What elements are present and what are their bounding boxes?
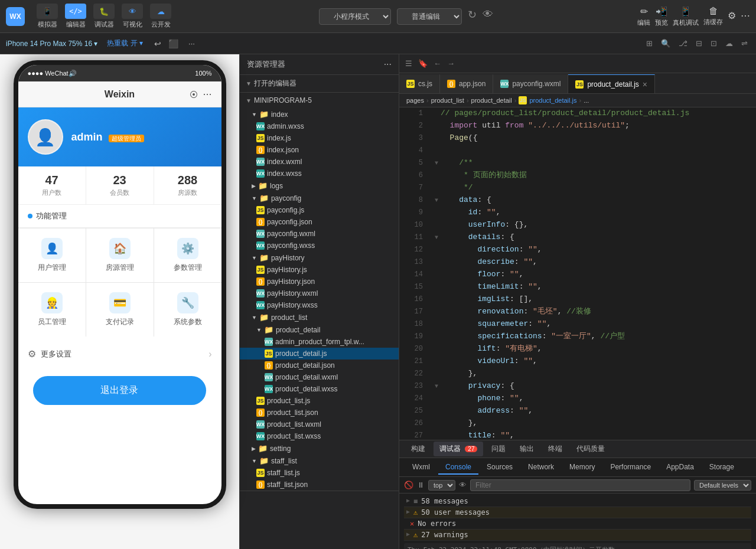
editor-btn[interactable]: </> 编辑器 [65,4,86,29]
branch-icon[interactable]: ⎇ [679,39,687,48]
tab-app-json[interactable]: {} app.json [440,74,493,93]
grid-icon[interactable]: ⊟ [696,39,702,48]
file-pl-wxss[interactable]: WX product_list.wxss [240,430,399,442]
file-index-wxss[interactable]: WX index.wxss [240,168,399,179]
file-pd-wxss[interactable]: WX product_detail.wxss [240,383,399,395]
mode-select[interactable]: 小程序模式 [319,8,391,25]
devtab-wxml[interactable]: Wxml [405,460,437,475]
menu-item-sysparams[interactable]: 🔧 系统参数 [154,283,221,336]
folder-product-list[interactable]: ▼ 📁 product_list [240,311,399,323]
collapse-arrow[interactable]: ▶ [406,497,410,504]
file-payconfig-js[interactable]: JS payconfig.js [240,204,399,216]
explorer-menu-btn[interactable]: ··· [384,59,392,70]
file-ph-js[interactable]: JS payHistory.js [240,264,399,276]
logout-button[interactable]: 退出登录 [33,376,206,405]
bc-ellipsis[interactable]: ... [584,97,589,104]
file-payconfig-json[interactable]: {} payconfig.json [240,216,399,228]
folder-product-detail[interactable]: ▼ 📁 product_detail [240,323,399,336]
bc-product-list[interactable]: product_list [431,97,464,104]
file-pl-wxml[interactable]: WX product_list.wxml [240,419,399,430]
file-payconfig-wxss[interactable]: WX payconfig.wxss [240,240,399,251]
hot-reload-btn[interactable]: 热重载 开 ▾ [107,38,143,48]
tab-product-detail-js[interactable]: JS product_detail.js × [568,74,655,93]
tab-payconfig-wxml[interactable]: WX payconfig.wxml [493,74,568,93]
tab-problems[interactable]: 问题 [485,442,511,456]
tab-debugger[interactable]: 调试器 27 [434,442,483,456]
compile-select[interactable]: 普通编辑 [397,8,462,25]
search-icon[interactable]: 🔍 [661,39,670,48]
code-editor[interactable]: 1 // pages/product_list/product_detail/p… [399,107,756,440]
folder-payhistory[interactable]: ▼ 📁 payHistory [240,251,399,264]
folder-logs[interactable]: ▶ 📁 logs [240,179,399,192]
stop-btn[interactable]: ⬛ [168,39,178,48]
devtab-console[interactable]: Console [438,460,478,475]
folder-staff-list[interactable]: ▼ 📁 staff_list [240,455,399,467]
file-ph-wxml[interactable]: WX payHistory.wxml [240,287,399,299]
menu-item-staff[interactable]: 👷 员工管理 [18,283,86,336]
devtab-storage[interactable]: Storage [702,460,741,475]
nav-forward-icon[interactable]: → [447,59,455,68]
hamburger-icon[interactable]: ☰ [405,59,412,68]
file-pd-json[interactable]: {} product_detail.json [240,360,399,371]
simulator-btn[interactable]: 📱 模拟器 [37,4,58,29]
cloud-btn[interactable]: ☁ 云开发 [150,4,171,29]
tab-build[interactable]: 构建 [405,442,431,456]
layout-icon[interactable]: ⊡ [711,39,717,48]
devtab-memory[interactable]: Memory [562,460,602,475]
file-pl-js[interactable]: JS product_list.js [240,395,399,407]
refresh-btn[interactable]: ↻ [468,8,477,25]
folder-index[interactable]: ▼ 📁 index [240,108,399,120]
devtab-network[interactable]: Network [521,460,561,475]
console-eye-icon[interactable]: 👁 [459,481,467,489]
project-header[interactable]: ▼ MINIPROGRAM-5 [240,93,399,108]
tab-cs-js[interactable]: JS cs.js [399,74,440,93]
debugger-btn[interactable]: 🐛 调试器 [93,4,115,29]
preview-btn[interactable]: 📲 预览 [655,6,668,27]
menu-item-house[interactable]: 🏠 房源管理 [86,228,154,282]
realdev-btn[interactable]: 📱 真机调试 [673,6,699,27]
phone-nav-camera[interactable]: ⦿ [190,90,198,99]
visual-btn[interactable]: 👁 可视化 [122,4,143,29]
file-ph-json[interactable]: {} payHistory.json [240,276,399,287]
menu-item-params[interactable]: ⚙️ 参数管理 [154,228,221,282]
file-ph-wxss[interactable]: WX payHistory.wxss [240,299,399,311]
devtab-performance[interactable]: Performance [603,460,658,475]
more-options-btn[interactable]: ··· [188,39,195,48]
bc-pages[interactable]: pages [406,97,424,104]
cloud-upload-icon[interactable]: ☁ [725,39,733,48]
file-admin-wxss[interactable]: WX admin.wxss [240,120,399,132]
more-btn[interactable]: ⋯ [741,10,750,22]
clean-btn[interactable]: 🗑 清缓存 [703,6,723,27]
tab-terminal[interactable]: 终端 [542,442,568,456]
collapse-arrow3[interactable]: ▶ [406,531,410,537]
console-level-select[interactable]: Default levels [694,480,751,491]
console-clear-icon[interactable]: 🚫 [404,481,413,489]
file-index-wxml[interactable]: WX index.wxml [240,156,399,168]
folder-payconfig[interactable]: ▼ 📁 payconfig [240,192,399,204]
file-payconfig-wxml[interactable]: WX payconfig.wxml [240,228,399,240]
file-index-js[interactable]: JS index.js [240,132,399,144]
menu-item-user[interactable]: 👤 用户管理 [18,228,86,282]
open-editors-header[interactable]: ▼ 打开的编辑器 [240,75,399,92]
eye-btn[interactable]: 👁 [483,8,493,25]
file-sl-js[interactable]: JS staff_list.js [240,467,399,479]
settings-row[interactable]: ⚙ 更多设置 › [18,341,221,367]
file-pd-js[interactable]: JS product_detail.js [240,348,399,360]
tab-close-pdjs[interactable]: × [643,80,647,89]
file-sl-json[interactable]: {} staff_list.json [240,479,399,491]
folder-setting[interactable]: ▶ 📁 setting [240,442,399,455]
tab-code-quality[interactable]: 代码质量 [571,442,611,456]
back-btn[interactable]: ↩ [154,39,161,48]
tab-output[interactable]: 输出 [514,442,540,456]
settings-gear[interactable]: ⚙ [728,10,736,22]
split-icon[interactable]: ⊞ [646,39,653,48]
bookmark-icon[interactable]: 🔖 [418,59,428,68]
console-context-select[interactable]: top [428,480,455,491]
bc-current[interactable]: product_detail.js [529,97,576,104]
file-pl-json[interactable]: {} product_list.json [240,407,399,419]
devtab-sources[interactable]: Sources [480,460,520,475]
bc-product-detail[interactable]: product_detail [471,97,512,104]
console-pause-icon[interactable]: ⏸ [417,481,425,489]
devtab-appdata[interactable]: AppData [659,460,701,475]
console-filter-input[interactable] [470,479,690,491]
